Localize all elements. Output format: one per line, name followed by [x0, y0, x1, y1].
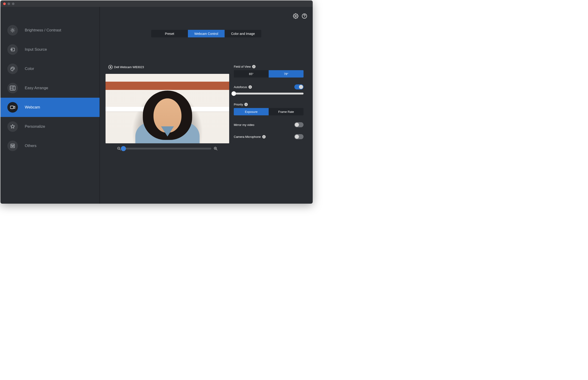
fov-option-65[interactable]: 65°	[234, 70, 269, 77]
camera-mic-toggle[interactable]	[294, 134, 304, 139]
priority-option-exposure[interactable]: Exposure	[234, 108, 269, 115]
window-close-button[interactable]	[3, 2, 6, 5]
easy-arrange-icon	[7, 83, 18, 93]
mic-label-row: Camera Microphone i	[234, 135, 266, 138]
brightness-icon	[7, 25, 18, 36]
tab-label: Color and Image	[231, 32, 255, 36]
fov-label: Field of View	[234, 65, 251, 68]
info-icon[interactable]: i	[249, 85, 252, 89]
sidebar-item-label: Color	[25, 67, 34, 71]
sidebar: Brightness / Contrast Input Source Color…	[0, 7, 100, 204]
svg-line-17	[216, 149, 217, 150]
tab-preset[interactable]: Preset	[151, 30, 188, 37]
sidebar-item-label: Easy Arrange	[25, 86, 48, 90]
zoom-in-icon[interactable]	[214, 147, 218, 151]
sidebar-item-input-source[interactable]: Input Source	[0, 40, 99, 59]
sidebar-item-label: Brightness / Contrast	[25, 28, 61, 33]
sidebar-item-label: Others	[25, 144, 37, 148]
help-button[interactable]	[301, 13, 308, 19]
camera-name-row: Dell Webcam WB3023	[108, 65, 229, 69]
sidebar-item-brightness-contrast[interactable]: Brightness / Contrast	[0, 21, 99, 40]
focus-slider[interactable]	[234, 93, 304, 95]
camera-preview-person	[133, 88, 202, 143]
fov-option-label: 78°	[284, 72, 288, 76]
sidebar-item-personalize[interactable]: Personalize	[0, 117, 99, 136]
priority-option-label: Frame Rate	[278, 110, 294, 114]
others-icon	[7, 141, 18, 151]
sidebar-item-others[interactable]: Others	[0, 136, 99, 155]
app-window: Brightness / Contrast Input Source Color…	[0, 0, 313, 204]
info-icon[interactable]: i	[252, 65, 255, 68]
priority-label: Priority	[234, 103, 243, 106]
svg-line-14	[119, 149, 121, 150]
info-icon[interactable]: i	[244, 103, 248, 106]
svg-point-10	[295, 15, 296, 17]
svg-point-12	[304, 17, 305, 18]
priority-label-row: Priority i	[234, 103, 304, 106]
webcam-tabs: Preset Webcam Control Color and Image	[151, 30, 261, 37]
zoom-out-icon[interactable]	[117, 147, 121, 151]
info-icon[interactable]: i	[262, 135, 266, 138]
mirror-toggle[interactable]	[294, 122, 304, 127]
sidebar-item-label: Personalize	[25, 124, 45, 129]
priority-option-frame-rate[interactable]: Frame Rate	[269, 108, 304, 115]
sidebar-item-label: Webcam	[25, 105, 40, 110]
fov-option-label: 65°	[249, 72, 254, 76]
svg-point-0	[12, 29, 13, 31]
tab-color-and-image[interactable]: Color and Image	[225, 30, 261, 37]
autofocus-label-row: Autofocus i	[234, 85, 252, 89]
focus-slider-thumb[interactable]	[232, 91, 236, 96]
personalize-icon	[7, 121, 18, 132]
camera-preview	[106, 74, 229, 143]
settings-button[interactable]	[293, 13, 299, 19]
camera-indicator-icon	[108, 65, 113, 69]
mirror-label-row: Mirror my video	[234, 123, 255, 127]
svg-point-3	[12, 68, 13, 68]
zoom-slider-thumb[interactable]	[121, 146, 126, 151]
camera-name: Dell Webcam WB3023	[114, 65, 144, 69]
svg-point-4	[13, 68, 14, 69]
fov-option-78[interactable]: 78°	[269, 70, 304, 77]
webcam-icon	[7, 102, 18, 113]
mic-label: Camera Microphone	[234, 135, 261, 138]
svg-rect-8	[10, 106, 14, 109]
titlebar	[0, 0, 313, 7]
zoom-slider-row	[106, 147, 229, 151]
autofocus-label: Autofocus	[234, 85, 247, 89]
zoom-slider[interactable]	[123, 148, 211, 150]
color-icon	[7, 63, 18, 74]
mirror-label: Mirror my video	[234, 123, 255, 127]
priority-segmented: Exposure Frame Rate	[234, 108, 304, 115]
sidebar-item-webcam[interactable]: Webcam	[0, 98, 99, 117]
svg-point-2	[11, 68, 12, 69]
main-pane: Preset Webcam Control Color and Image De…	[100, 7, 313, 204]
topbar	[100, 7, 313, 25]
sidebar-item-easy-arrange[interactable]: Easy Arrange	[0, 78, 99, 98]
tab-label: Webcam Control	[194, 32, 218, 36]
input-source-icon	[7, 44, 18, 55]
tab-label: Preset	[165, 32, 174, 36]
priority-option-label: Exposure	[245, 110, 258, 114]
sidebar-item-label: Input Source	[25, 47, 47, 52]
window-minimize-button[interactable]	[8, 2, 10, 5]
fov-label-row: Field of View i	[234, 65, 304, 68]
autofocus-toggle[interactable]	[294, 84, 304, 89]
tab-webcam-control[interactable]: Webcam Control	[188, 30, 225, 37]
fov-segmented: 65° 78°	[234, 70, 304, 77]
window-maximize-button[interactable]	[12, 2, 15, 5]
sidebar-item-color[interactable]: Color	[0, 59, 99, 78]
